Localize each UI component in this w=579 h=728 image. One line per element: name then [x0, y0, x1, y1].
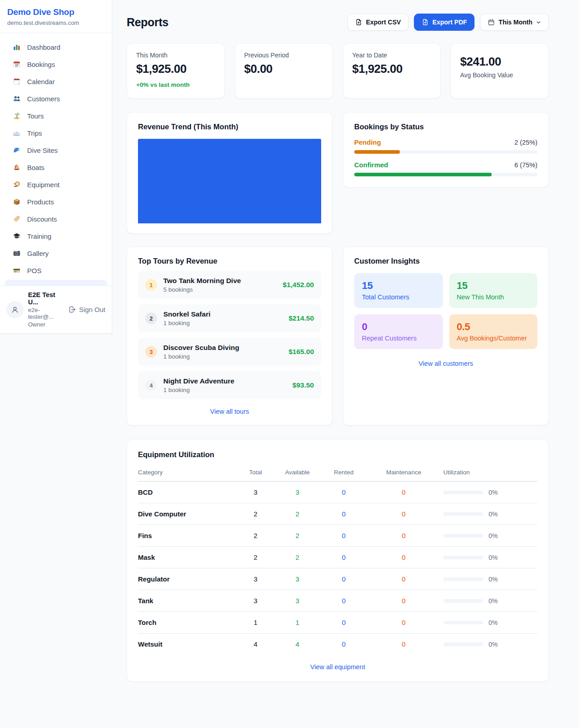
- list-item: 1 Two Tank Morning Dive 5 bookings $1,45…: [138, 271, 321, 299]
- sidebar-item-label: Dive Sites: [27, 147, 58, 154]
- sidebar-item-gallery[interactable]: Gallery: [4, 245, 108, 262]
- cell-rented: 0: [319, 525, 369, 547]
- file-download-icon: [355, 19, 362, 26]
- sidebar-item-label: Training: [27, 232, 52, 240]
- cell-maintenance: 0: [369, 503, 439, 525]
- user-role: Owner: [28, 321, 64, 328]
- cell-total: 3: [235, 590, 276, 612]
- charts-row: Revenue Trend (This Month) Bookings by S…: [127, 112, 549, 234]
- view-all-customers-link[interactable]: View all customers: [354, 360, 537, 367]
- cell-rented: 0: [319, 503, 369, 525]
- sidebar-item-customers[interactable]: Customers: [4, 90, 108, 107]
- column-header: Available: [276, 465, 319, 482]
- tile-repeat-customers: 0 Repeat Customers: [354, 314, 443, 349]
- cell-maintenance: 0: [369, 590, 439, 612]
- cell-maintenance: 0: [369, 633, 439, 655]
- period-label: This Month: [498, 19, 532, 26]
- bar-chart-icon: [13, 43, 21, 51]
- utilization-bar: [443, 621, 483, 624]
- status-count-pending: 2 (25%): [514, 139, 537, 146]
- sidebar-item-label: Boats: [27, 164, 44, 171]
- rank-badge: 3: [145, 346, 157, 358]
- sidebar-item-boats[interactable]: Boats: [4, 159, 108, 176]
- sidebar-item-label: Products: [27, 198, 54, 206]
- column-header: Utilization: [439, 465, 537, 482]
- tag-icon: [13, 215, 21, 223]
- view-all-equipment-link[interactable]: View all equipment: [138, 663, 537, 671]
- table-row: Dive Computer 2 2 0 0 0%: [138, 503, 537, 525]
- tile-label: Repeat Customers: [362, 335, 435, 342]
- export-pdf-button[interactable]: Export PDF: [414, 14, 475, 31]
- tile-value: 15: [457, 280, 530, 292]
- sidebar-item-label: Customers: [27, 95, 60, 103]
- graduation-cap-icon: [13, 232, 21, 240]
- sidebar-item-calendar[interactable]: Calendar: [4, 73, 108, 90]
- utilization-bar: [443, 599, 483, 603]
- sidebar-item-label: Discounts: [27, 215, 57, 223]
- progress-fill-pending: [354, 150, 400, 154]
- list-item: 2 Snorkel Safari 1 booking $214.50: [138, 304, 321, 332]
- sidebar-item-label: Gallery: [27, 250, 49, 257]
- column-header: Maintenance: [369, 465, 439, 482]
- cell-maintenance: 0: [369, 482, 439, 503]
- sidebar-item-tours[interactable]: Tours: [4, 107, 108, 124]
- brand-block: Demo Dive Shop demo.test.divestreams.com: [0, 0, 112, 33]
- sidebar-item-label: Dashboard: [27, 43, 60, 51]
- header-actions: Export CSV Export PDF This Month: [347, 14, 549, 31]
- sidebar-item-bookings[interactable]: 17 Bookings: [4, 56, 108, 73]
- progress-track: [354, 173, 537, 176]
- sidebar-item-dive-sites[interactable]: Dive Sites: [4, 142, 108, 159]
- table-row: BCD 3 3 0 0 0%: [138, 482, 537, 503]
- credit-card-icon: [13, 266, 21, 274]
- sidebar-item-pos[interactable]: POS: [4, 262, 108, 279]
- revenue-trend-card: Revenue Trend (This Month): [127, 112, 332, 234]
- status-row: Confirmed 6 (75%): [354, 161, 537, 169]
- customer-insights-title: Customer Insights: [354, 257, 537, 265]
- column-header: Rented: [319, 465, 369, 482]
- sidebar-item-dashboard[interactable]: Dashboard: [4, 38, 108, 56]
- stat-card-year-to-date: Year to Date $1,925.00: [343, 43, 441, 99]
- customer-insights-card: Customer Insights 15 Total Customers 15 …: [343, 246, 549, 425]
- sidebar-item-training[interactable]: Training: [4, 227, 108, 245]
- sidebar-item-products[interactable]: Products: [4, 193, 108, 210]
- status-label-pending: Pending: [354, 138, 381, 146]
- chevron-down-icon: [536, 20, 541, 25]
- cell-rented: 0: [319, 547, 369, 568]
- sidebar-nav: Dashboard 17 Bookings Calendar Customers…: [0, 33, 112, 279]
- stat-card-this-month: This Month $1,925.00 +0% vs last month: [127, 43, 225, 99]
- page-header: Reports Export CSV Export PDF This Month: [127, 14, 549, 31]
- sidebar: Demo Dive Shop demo.test.divestreams.com…: [0, 0, 112, 334]
- table-row: Mask 2 2 0 0 0%: [138, 547, 537, 568]
- view-all-tours-link[interactable]: View all tours: [138, 408, 321, 415]
- tour-bookings: 1 booking: [163, 320, 210, 326]
- cell-available: 3: [276, 482, 319, 503]
- stat-value: $0.00: [244, 62, 323, 76]
- stat-delta: +0% vs last month: [136, 81, 215, 88]
- sidebar-item-equipment[interactable]: Equipment: [4, 176, 108, 193]
- period-dropdown[interactable]: This Month: [480, 14, 549, 31]
- cell-category: Tank: [138, 590, 235, 612]
- stat-card-avg-booking-value: $241.00 Avg Booking Value: [451, 43, 549, 99]
- tile-label: Avg Bookings/Customer: [457, 335, 530, 342]
- user-info: E2E Test U... e2e-tester@... Owner: [28, 291, 64, 328]
- tile-label: Total Customers: [362, 293, 435, 301]
- cell-total: 3: [235, 568, 276, 590]
- tile-value: 0: [362, 321, 435, 333]
- sidebar-item-trips[interactable]: Trips: [4, 124, 108, 142]
- cell-maintenance: 0: [369, 568, 439, 590]
- sign-out-button[interactable]: Sign Out: [68, 306, 105, 313]
- user-name: E2E Test U...: [28, 291, 64, 306]
- tile-label: New This Month: [457, 293, 530, 301]
- cell-maintenance: 0: [369, 547, 439, 568]
- cell-rented: 0: [319, 612, 369, 633]
- table-row: Regulator 3 3 0 0 0%: [138, 568, 537, 590]
- sidebar-item-discounts[interactable]: Discounts: [4, 210, 108, 227]
- cell-rented: 0: [319, 482, 369, 503]
- sidebar-item-label: Bookings: [27, 61, 55, 68]
- calendar-icon: [488, 19, 495, 26]
- person-icon: [10, 305, 19, 314]
- cell-maintenance: 0: [369, 612, 439, 633]
- export-csv-button[interactable]: Export CSV: [347, 14, 408, 31]
- tour-name: Two Tank Morning Dive: [163, 277, 241, 285]
- cell-total: 2: [235, 547, 276, 568]
